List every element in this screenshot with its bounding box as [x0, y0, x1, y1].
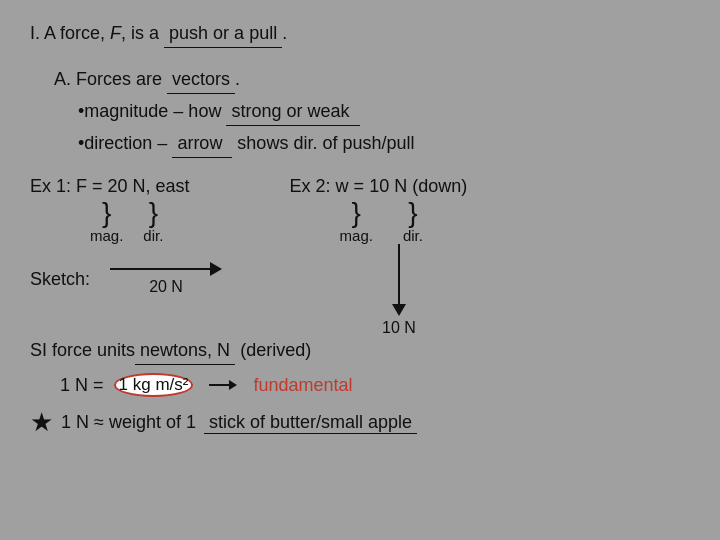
arrow-shaft	[110, 268, 210, 270]
line1-answer: push or a pull	[164, 20, 282, 48]
small-head	[229, 380, 237, 390]
ex1-label: Ex 1: F =	[30, 176, 108, 196]
line4-suffix: shows dir. of push/pull	[232, 133, 414, 153]
slide: I. A force, F, is a push or a pull . A. …	[0, 0, 720, 540]
down-arrow-shaft	[398, 244, 400, 304]
down-arrow-head-icon	[392, 304, 406, 316]
ex2-mag-group: } mag.	[340, 199, 373, 244]
down-arrow-label: 10 N	[382, 319, 416, 337]
ex2-dir-group: } dir.	[403, 199, 423, 244]
line3: •magnitude – how strong or weak	[78, 98, 690, 126]
apple-answer: stick of butter/small apple	[204, 412, 417, 434]
line3-prefix: •magnitude – how	[78, 101, 226, 121]
force-f: F	[110, 23, 121, 43]
line2-prefix: A. Forces are	[54, 69, 167, 89]
fundamental-label: fundamental	[253, 375, 352, 396]
ex1-mag-label: mag.	[90, 227, 123, 244]
ex1-value: 20 N, east	[108, 176, 190, 196]
kg-value: 1 kg m/s²	[114, 373, 194, 397]
sketch-and-down: Sketch: 20 N 10 N	[30, 254, 690, 337]
ex1-mag-brace: }	[102, 199, 111, 227]
newton-arrow-icon	[209, 380, 237, 390]
line1: I. A force, F, is a push or a pull .	[30, 20, 690, 48]
arrow-head-icon	[210, 262, 222, 276]
line1-suffix: .	[282, 23, 287, 43]
ex1-text: Ex 1: F = 20 N, east	[30, 176, 190, 197]
si-row: SI force units newtons, N (derived)	[30, 337, 690, 365]
si-answer: newtons, N	[135, 337, 235, 365]
ex2-dir-brace: }	[408, 199, 417, 227]
ex2-dir-label: dir.	[403, 227, 423, 244]
line1-prefix: I. A force,	[30, 23, 110, 43]
line2-suffix: .	[235, 69, 240, 89]
ex2-mag-brace: }	[352, 199, 361, 227]
arrow-line-container	[110, 262, 222, 276]
si-prefix: SI force units	[30, 340, 135, 360]
newton-row: 1 N = 1 kg m/s² fundamental	[60, 373, 690, 397]
sketch-row: Sketch: 20 N	[30, 262, 222, 296]
sketch-value: 20 N	[149, 278, 183, 296]
ex1-dir-label: dir.	[143, 227, 163, 244]
line4: •direction – arrow shows dir. of push/pu…	[78, 130, 690, 158]
apple-prefix: 1 N ≈ weight of 1	[61, 412, 196, 433]
line4-answer: arrow	[172, 130, 232, 158]
sketch-label: Sketch:	[30, 269, 90, 290]
ex1-braces-row: } mag. } dir.	[90, 199, 163, 244]
ex2-value: 10 N (down)	[369, 176, 467, 196]
ex1-dir-group: } dir.	[143, 199, 163, 244]
ex2-braces-row: } mag. } dir.	[340, 199, 468, 244]
ex1-block: Ex 1: F = 20 N, east } mag. } dir.	[30, 176, 190, 244]
line1-mid: , is a	[121, 23, 164, 43]
ex1-dir-brace: }	[149, 199, 158, 227]
examples-row: Ex 1: F = 20 N, east } mag. } dir. Ex 2:…	[30, 176, 690, 244]
apple-row: ★ 1 N ≈ weight of 1 stick of butter/smal…	[30, 407, 690, 438]
down-arrow-block: 10 N	[382, 244, 416, 337]
si-suffix: (derived)	[240, 340, 311, 360]
line3-answer: strong or weak	[226, 98, 359, 126]
ex2-text: Ex 2: w = 10 N (down)	[290, 176, 468, 197]
ex2-block: Ex 2: w = 10 N (down) } mag. } dir.	[290, 176, 468, 244]
ex2-mag-label: mag.	[340, 227, 373, 244]
small-shaft	[209, 384, 229, 386]
newton-prefix: 1 N =	[60, 375, 104, 396]
arrow-sketch: 20 N	[110, 262, 222, 296]
ex2-label: Ex 2: w =	[290, 176, 370, 196]
line2-answer: vectors	[167, 66, 235, 94]
ex1-mag-group: } mag.	[90, 199, 123, 244]
star-icon: ★	[30, 407, 53, 438]
line2: A. Forces are vectors .	[54, 66, 690, 94]
line4-prefix: •direction –	[78, 133, 172, 153]
